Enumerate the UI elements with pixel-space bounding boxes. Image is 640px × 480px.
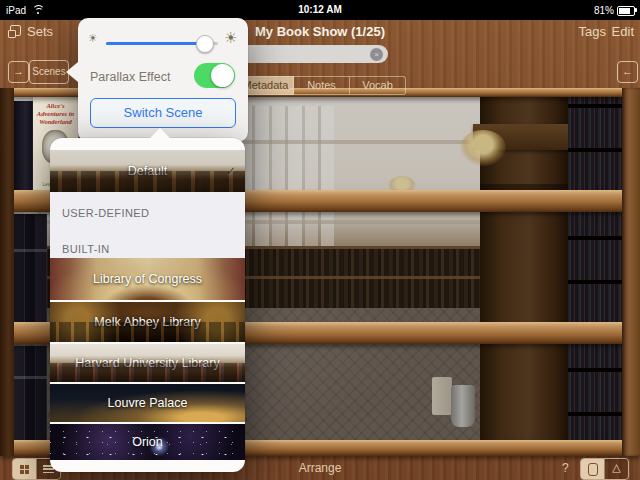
scene-settings-popover: ☀ ☀ Parallax Effect Switch Scene (78, 18, 248, 142)
popover-arrow-up (150, 128, 170, 138)
book-spines-row3[interactable] (14, 346, 47, 440)
battery-percent: 81% (594, 5, 614, 16)
grid-icon (20, 465, 24, 469)
clock: 10:12 AM (0, 4, 640, 15)
popover-arrow-left (66, 62, 78, 82)
brightness-slider[interactable] (106, 42, 218, 45)
brightness-knob[interactable] (196, 35, 214, 53)
tags-button[interactable]: Tags (579, 24, 606, 39)
back-arrow-icon: ← (622, 65, 633, 77)
book-spines-row2[interactable] (14, 214, 47, 322)
switch-scene-button[interactable]: Switch Scene (90, 98, 236, 128)
brightness-dim-icon: ☀ (88, 32, 98, 45)
triangle-icon: △ (605, 461, 628, 474)
parallax-effect-label: Parallax Effect (90, 70, 170, 84)
tab-notes[interactable]: Notes (294, 76, 350, 95)
scenes-button[interactable]: Scenes (29, 60, 69, 84)
forward-arrow-icon: → (13, 65, 24, 77)
scene-row-louvre-palace[interactable]: Louvre Palace (50, 384, 245, 422)
grid-view-button[interactable] (13, 459, 36, 479)
info-tabs: Metadata Notes Vocab (237, 76, 406, 95)
toggle-knob (211, 64, 234, 87)
shelf-back-button[interactable]: ← (617, 61, 638, 83)
shelf-forward-button[interactable]: → (8, 61, 29, 83)
help-button[interactable]: ? (562, 461, 569, 475)
tab-vocab[interactable]: Vocab (350, 76, 406, 95)
section-header-built-in: BUILT-IN (62, 243, 110, 255)
scene-row-melk-abbey-library[interactable]: Melk Abbey Library (50, 302, 245, 342)
display-mode-toggle: △ (580, 458, 629, 480)
scene-row-orion[interactable]: Orion (50, 424, 245, 460)
shelf-mode-button[interactable]: △ (604, 459, 628, 479)
battery-icon (617, 6, 635, 16)
battery-fill (619, 8, 630, 14)
clear-search-icon[interactable]: × (370, 48, 383, 61)
app-screen: Alice's Adventures in Wonderland Lewis C… (0, 0, 640, 480)
section-header-user-defined: USER-DEFINED (62, 207, 149, 219)
scene-row-default[interactable]: Default ✓ (50, 150, 245, 192)
book-cover-title: Alice's Adventures in Wonderland (35, 102, 76, 125)
cover-mode-button[interactable] (581, 459, 604, 479)
shelf-post-right (622, 88, 640, 456)
scene-row-library-of-congress[interactable]: Library of Congress (50, 258, 245, 300)
book-cover-icon (588, 463, 598, 476)
parallax-toggle[interactable] (194, 63, 235, 88)
scene-list-popover: Default ✓ USER-DEFINED BUILT-IN Library … (50, 138, 245, 472)
status-bar: iPad 10:12 AM 81% (0, 0, 640, 20)
scene-section-headers: USER-DEFINED BUILT-IN (50, 192, 245, 258)
shelf-post-left (0, 88, 14, 456)
brightness-fill (106, 42, 205, 45)
edit-button[interactable]: Edit (612, 24, 634, 39)
book-item[interactable] (14, 101, 33, 191)
scene-row-harvard-university-library[interactable]: Harvard University Library (50, 344, 245, 382)
brightness-bright-icon: ☀ (224, 29, 237, 47)
arrange-button[interactable]: Arrange (299, 461, 342, 475)
checkmark-icon: ✓ (226, 164, 236, 178)
